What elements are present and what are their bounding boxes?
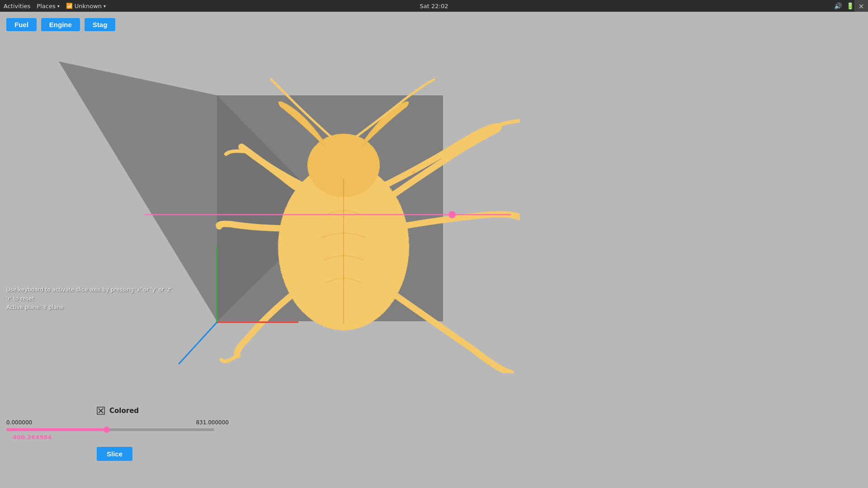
system-clock: Sat 22:02 bbox=[420, 3, 448, 9]
slider-value: 400.264984 bbox=[13, 434, 229, 441]
unknown-arrow-icon: ▾ bbox=[104, 4, 106, 9]
slider-labels: 0.000000 831.000000 bbox=[6, 419, 229, 426]
volume-icon[interactable]: 🔊 bbox=[834, 2, 842, 9]
places-menu[interactable]: Places ▾ bbox=[37, 3, 59, 9]
button-bar: Fuel Engine Stag bbox=[6, 18, 115, 31]
info-line1: Use keyboard to activate slice axis by p… bbox=[6, 286, 172, 294]
places-arrow-icon: ▾ bbox=[57, 4, 60, 9]
slider-max-label: 831.000000 bbox=[196, 419, 229, 426]
window-close-button[interactable]: × bbox=[854, 0, 868, 12]
svg-point-13 bbox=[448, 211, 456, 218]
svg-marker-0 bbox=[59, 61, 217, 321]
slice-button-row: Slice bbox=[97, 447, 229, 461]
slider-min-label: 0.000000 bbox=[6, 419, 32, 426]
slider-fill bbox=[6, 428, 107, 431]
svg-line-11 bbox=[179, 322, 217, 364]
topbar: Activities Places ▾ 📶 Unknown ▾ Sat 22:0… bbox=[0, 0, 868, 12]
model-bounding-box bbox=[217, 95, 443, 321]
slider-track[interactable] bbox=[6, 428, 214, 431]
checkbox-x-icon bbox=[98, 408, 104, 414]
info-line3: Active plane: Y plane bbox=[6, 303, 172, 312]
unknown-menu[interactable]: 📶 Unknown ▾ bbox=[66, 3, 106, 9]
places-label: Places bbox=[37, 3, 55, 9]
fuel-button[interactable]: Fuel bbox=[6, 18, 37, 31]
activities-menu[interactable]: Activities bbox=[4, 3, 30, 9]
colored-row: Colored bbox=[97, 407, 229, 415]
colored-label: Colored bbox=[109, 407, 139, 415]
slider-thumb[interactable] bbox=[104, 427, 110, 433]
activities-label: Activities bbox=[4, 3, 30, 9]
slider-row: 0.000000 831.000000 400.264984 bbox=[6, 419, 229, 441]
info-line2: 'r' to reset bbox=[6, 295, 172, 303]
unknown-label: Unknown bbox=[75, 3, 102, 9]
battery-icon[interactable]: 🔋 bbox=[846, 2, 854, 9]
slice-button[interactable]: Slice bbox=[97, 447, 132, 461]
app-viewport: Use keyboard to activate slice axis by p… bbox=[0, 12, 868, 488]
info-text-block: Use keyboard to activate slice axis by p… bbox=[6, 286, 172, 312]
wifi-icon: 📶 bbox=[66, 3, 73, 9]
colored-checkbox[interactable] bbox=[97, 407, 105, 415]
stag-button[interactable]: Stag bbox=[85, 18, 116, 31]
bottom-controls: Colored 0.000000 831.000000 400.264984 S… bbox=[0, 407, 235, 461]
engine-button[interactable]: Engine bbox=[41, 18, 80, 31]
